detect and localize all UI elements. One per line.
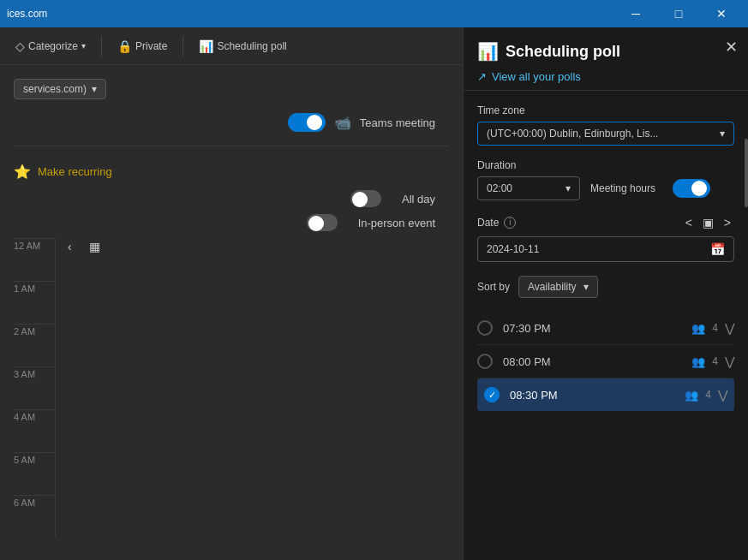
scheduling-poll-label: Scheduling poll xyxy=(217,40,286,52)
right-panel-header: 📊 Scheduling poll ↗ View all your polls xyxy=(464,27,748,91)
radio-730pm xyxy=(477,320,493,336)
scroll-indicator xyxy=(745,139,748,207)
expand-icon-800pm[interactable]: ⋁ xyxy=(725,354,734,368)
attendee-icon-800pm: 👥 xyxy=(691,355,705,368)
private-label: Private xyxy=(135,40,167,52)
time-slot-5am: 5 AM xyxy=(14,452,55,495)
make-recurring-text[interactable]: Make recurring xyxy=(38,165,112,178)
maximize-button[interactable]: □ xyxy=(659,0,698,27)
time-option-800pm[interactable]: 08:00 PM 👥 4 ⋁ xyxy=(477,345,734,378)
duration-label: Duration xyxy=(477,159,734,171)
calendar-nav-back-button[interactable]: ‹ xyxy=(63,238,77,255)
main-area: ◇ Categorize ▾ 🔒 Private 📊 Scheduling po… xyxy=(0,27,748,560)
time-right-830pm: 👥 4 ⋁ xyxy=(685,388,727,402)
close-window-button[interactable]: ✕ xyxy=(702,0,741,27)
categorize-button[interactable]: ◇ Categorize ▾ xyxy=(7,36,94,57)
attendee-count-830pm: 4 xyxy=(705,389,711,401)
left-panel: ◇ Categorize ▾ 🔒 Private 📊 Scheduling po… xyxy=(0,27,463,560)
meeting-hours-toggle-slider xyxy=(673,179,710,198)
in-person-toggle[interactable] xyxy=(307,214,338,231)
services-dropdown[interactable]: services.com) ▾ xyxy=(14,79,106,99)
timezone-chevron-icon: ▾ xyxy=(720,128,725,140)
teams-meeting-label: Teams meeting xyxy=(360,116,435,129)
date-input-field[interactable]: 2024-10-11 📅 xyxy=(477,236,734,262)
expand-icon-730pm[interactable]: ⋁ xyxy=(725,321,734,335)
close-panel-button[interactable]: ✕ xyxy=(721,34,741,60)
date-value: 2024-10-11 xyxy=(487,243,539,255)
time-slot-4am: 4 AM xyxy=(14,409,55,452)
time-text-800pm: 08:00 PM xyxy=(503,355,691,368)
scheduling-poll-toolbar-button[interactable]: 📊 Scheduling poll xyxy=(190,36,295,57)
services-text: services.com) xyxy=(23,83,87,95)
date-label-container: Date i xyxy=(477,217,516,229)
time-slot-3am: 3 AM xyxy=(14,366,55,409)
categorize-icon: ◇ xyxy=(15,39,25,53)
time-option-730pm[interactable]: 07:30 PM 👥 4 ⋁ xyxy=(477,312,734,345)
view-all-polls-text: View all your polls xyxy=(492,70,581,83)
title-bar: ices.com ─ □ ✕ xyxy=(0,0,748,27)
radio-800pm xyxy=(477,354,493,369)
duration-field-group: Duration 02:00 ▾ Meeting hours xyxy=(477,159,734,200)
time-options-list: 07:30 PM 👥 4 ⋁ 08:00 PM 👥 4 ⋁ xyxy=(477,312,734,411)
duration-dropdown[interactable]: 02:00 ▾ xyxy=(477,176,580,200)
radio-830pm xyxy=(484,387,500,402)
date-next-button[interactable]: > xyxy=(721,214,734,231)
expand-icon-830pm[interactable]: ⋁ xyxy=(718,388,727,402)
toolbar-divider-1 xyxy=(101,36,102,57)
duration-value: 02:00 xyxy=(487,182,512,194)
private-button[interactable]: 🔒 Private xyxy=(109,36,176,57)
teams-toggle-slider xyxy=(288,113,326,132)
window-controls: ─ □ ✕ xyxy=(616,0,741,27)
lock-icon: 🔒 xyxy=(117,39,132,53)
date-info-icon[interactable]: i xyxy=(504,217,516,229)
meeting-hours-toggle[interactable] xyxy=(673,179,710,198)
teams-meeting-toggle[interactable] xyxy=(288,113,326,132)
date-label: Date xyxy=(477,217,499,229)
in-person-row: In-person event xyxy=(14,214,449,231)
date-calendar-nav-icon[interactable]: ▣ xyxy=(699,214,717,231)
time-text-730pm: 07:30 PM xyxy=(503,322,691,335)
options-row: All day xyxy=(14,190,449,207)
date-prev-button[interactable]: < xyxy=(682,214,696,231)
all-day-label: All day xyxy=(402,193,435,206)
left-content: services.com) ▾ 📹 Teams meeting ⭐ Make r… xyxy=(0,65,463,560)
time-slot-6am: 6 AM xyxy=(14,495,55,538)
calendar-nav: ‹ ▦ xyxy=(56,238,449,259)
view-all-polls-link[interactable]: ↗ View all your polls xyxy=(477,70,734,83)
in-person-label: In-person event xyxy=(358,217,435,229)
sort-by-row: Sort by Availability ▾ xyxy=(477,276,734,298)
sort-by-dropdown[interactable]: Availability ▾ xyxy=(518,276,597,298)
teams-icon: 📹 xyxy=(334,115,351,131)
duration-chevron-icon: ▾ xyxy=(565,182,571,194)
recurring-star-icon: ⭐ xyxy=(14,164,31,180)
minimize-button[interactable]: ─ xyxy=(616,0,655,27)
time-column: 12 AM 1 AM 2 AM 3 AM 4 AM 5 AM 6 AM xyxy=(14,238,55,538)
all-day-toggle[interactable] xyxy=(350,190,381,207)
timezone-value: (UTC+00:00) Dublin, Edinburgh, Lis... xyxy=(487,128,658,140)
attendee-count-730pm: 4 xyxy=(712,322,718,334)
divider-1 xyxy=(14,146,449,146)
meeting-hours-label: Meeting hours xyxy=(590,182,655,194)
calendar-nav-grid-button[interactable]: ▦ xyxy=(84,238,105,255)
timezone-dropdown[interactable]: (UTC+00:00) Dublin, Edinburgh, Lis... ▾ xyxy=(477,122,734,146)
time-option-830pm[interactable]: 08:30 PM 👥 4 ⋁ xyxy=(477,378,734,411)
attendee-icon-730pm: 👥 xyxy=(691,322,705,335)
calendar-grid: ‹ ▦ xyxy=(55,238,449,538)
time-text-830pm: 08:30 PM xyxy=(510,389,685,402)
scheduling-poll-icon: 📊 xyxy=(477,41,499,62)
all-day-toggle-slider xyxy=(350,190,381,207)
services-row: services.com) ▾ xyxy=(14,79,449,99)
time-slot-2am: 2 AM xyxy=(14,324,55,366)
attendee-count-800pm: 4 xyxy=(712,355,718,367)
time-slot-12am: 12 AM xyxy=(14,238,55,281)
time-right-800pm: 👥 4 ⋁ xyxy=(691,354,734,368)
attendee-icon-830pm: 👥 xyxy=(685,389,698,402)
services-chevron-icon: ▾ xyxy=(92,83,97,95)
date-navigation: < ▣ > xyxy=(682,214,734,231)
title-bar-text: ices.com xyxy=(7,8,47,20)
sort-by-value: Availability xyxy=(528,281,576,293)
poll-icon: 📊 xyxy=(199,39,213,53)
external-link-icon: ↗ xyxy=(477,70,487,83)
timezone-label: Time zone xyxy=(477,104,734,116)
calendar-picker-button[interactable]: 📅 xyxy=(710,242,725,256)
